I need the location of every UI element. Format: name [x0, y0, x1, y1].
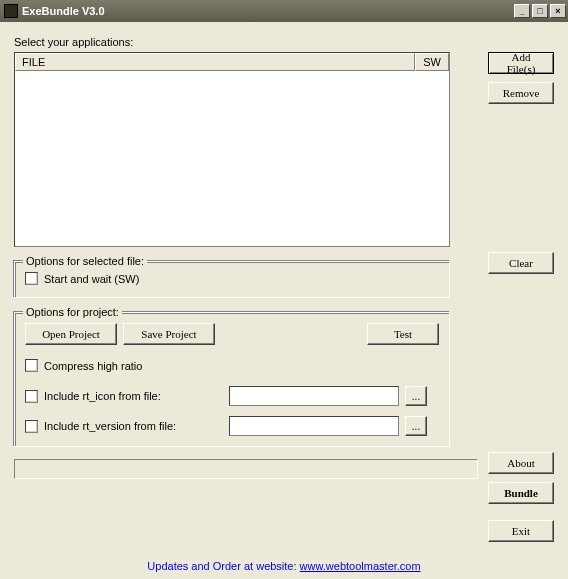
rt-icon-label: Include rt_icon from file:: [44, 390, 161, 402]
checkbox-icon: [25, 359, 38, 372]
rt-version-browse-button[interactable]: ...: [405, 416, 427, 436]
rt-icon-input[interactable]: [229, 386, 399, 406]
file-list[interactable]: FILE SW: [14, 52, 450, 247]
compress-label: Compress high ratio: [44, 360, 142, 372]
start-wait-checkbox[interactable]: Start and wait (SW): [25, 272, 139, 285]
footer-prefix: Updates and Order at website:: [147, 560, 299, 572]
checkbox-icon: [25, 272, 38, 285]
checkbox-icon: [25, 390, 38, 403]
rt-version-label: Include rt_version from file:: [44, 420, 176, 432]
footer-text: Updates and Order at website: www.webtoo…: [14, 560, 554, 572]
window-title: ExeBundle V3.0: [22, 5, 105, 17]
test-button[interactable]: Test: [367, 323, 439, 345]
close-button[interactable]: ×: [550, 4, 566, 18]
selected-file-group-label: Options for selected file:: [23, 255, 147, 267]
column-file-header[interactable]: FILE: [15, 53, 415, 71]
minimize-button[interactable]: _: [514, 4, 530, 18]
start-wait-label: Start and wait (SW): [44, 273, 139, 285]
clear-button[interactable]: Clear: [488, 252, 554, 274]
bundle-button[interactable]: Bundle: [488, 482, 554, 504]
rt-version-input[interactable]: [229, 416, 399, 436]
add-files-button[interactable]: Add File(s): [488, 52, 554, 74]
rt-icon-checkbox[interactable]: Include rt_icon from file:: [25, 390, 223, 403]
rt-icon-browse-button[interactable]: ...: [405, 386, 427, 406]
compress-checkbox[interactable]: Compress high ratio: [25, 359, 439, 372]
maximize-button[interactable]: □: [532, 4, 548, 18]
select-apps-label: Select your applications:: [14, 36, 554, 48]
open-project-button[interactable]: Open Project: [25, 323, 117, 345]
checkbox-icon: [25, 420, 38, 433]
footer-link[interactable]: www.webtoolmaster.com: [300, 560, 421, 572]
save-project-button[interactable]: Save Project: [123, 323, 215, 345]
remove-button[interactable]: Remove: [488, 82, 554, 104]
exit-button[interactable]: Exit: [488, 520, 554, 542]
app-icon: [4, 4, 18, 18]
project-group-label: Options for project:: [23, 306, 122, 318]
about-button[interactable]: About: [488, 452, 554, 474]
titlebar: ExeBundle V3.0 _ □ ×: [0, 0, 568, 22]
column-sw-header[interactable]: SW: [415, 53, 449, 71]
status-bar: [14, 459, 478, 479]
rt-version-checkbox[interactable]: Include rt_version from file:: [25, 420, 223, 433]
